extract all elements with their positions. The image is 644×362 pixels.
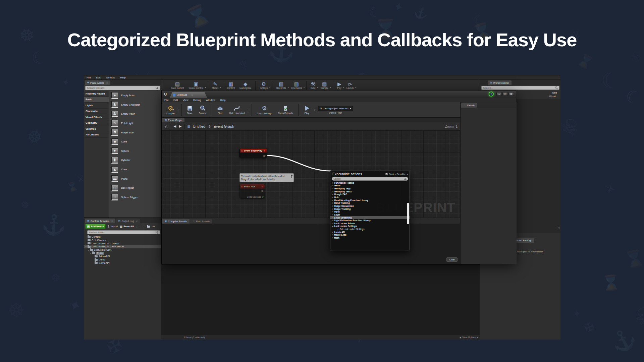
tab-event-graph[interactable]: Event Graph: [162, 118, 184, 122]
chevron-down-icon[interactable]: [205, 86, 206, 88]
search-paths-input[interactable]: Search Paths: [87, 230, 160, 234]
tree-item-lootlockersdk[interactable]: LootLockerSDK: [84, 248, 161, 252]
class-defaults-button[interactable]: Class Defaults: [275, 105, 296, 114]
checkbox-checked-icon[interactable]: [385, 173, 388, 175]
category-cinematic[interactable]: Cinematic: [84, 109, 109, 115]
action-item-gameplay-tasks[interactable]: Gameplay Tasks: [330, 190, 410, 193]
category-geometry[interactable]: Geometry: [84, 120, 109, 126]
chevron-down-icon[interactable]: [269, 86, 270, 88]
outliner-search-input[interactable]: Search...: [481, 86, 559, 90]
maximize-button[interactable]: [502, 92, 508, 96]
actor-item-cone[interactable]: Cone: [109, 165, 161, 174]
search-classes-input[interactable]: Search Classes: [85, 86, 160, 90]
back-arrow-icon[interactable]: [174, 124, 176, 128]
toolbar-modes-button[interactable]: Modes: [210, 81, 221, 89]
tab-world-outliner[interactable]: World Outliner: [488, 80, 512, 85]
chevron-down-icon[interactable]: [249, 109, 250, 111]
action-item-level-streaming[interactable]: Level Streaming: [330, 216, 410, 219]
hide-unrelated-button[interactable]: Hide Unrelated: [226, 105, 248, 114]
action-item-google-pad[interactable]: Google PAD: [330, 193, 410, 196]
add-new-button[interactable]: Add New: [85, 224, 106, 229]
close-icon[interactable]: [191, 94, 193, 96]
menu-item-window[interactable]: Window: [206, 99, 215, 102]
toolbar-save-current-button[interactable]: Save Current: [169, 81, 186, 89]
back-arrow-icon[interactable]: [136, 225, 139, 228]
action-item-input[interactable]: Input: [330, 210, 410, 213]
tree-item-adminapi[interactable]: AdminAPI: [84, 255, 161, 258]
context-menu-search-input[interactable]: Search: [332, 177, 408, 181]
toolbar-settings-button[interactable]: Settings: [257, 81, 270, 89]
action-item-hand-tracking[interactable]: Hand Tracking: [330, 201, 410, 204]
save-button[interactable]: Save: [184, 105, 196, 114]
path-filter-button[interactable]: Lo: [147, 225, 155, 228]
category-basic[interactable]: Basic: [84, 97, 109, 103]
action-item-game[interactable]: Game: [330, 184, 410, 187]
tab-content-browser[interactable]: Content Browser: [85, 219, 115, 223]
actor-item-plane[interactable]: Plane: [109, 174, 161, 183]
actor-item-point-light[interactable]: Point Light: [109, 119, 161, 128]
action-item-image-conversion[interactable]: Image Conversion: [330, 204, 410, 207]
breadcrumb-blueprint[interactable]: Untitled: [193, 124, 205, 128]
toolbar-build-button[interactable]: Build: [308, 81, 318, 89]
actor-item-box-trigger[interactable]: Box Trigger: [109, 183, 161, 193]
action-item-set-loot-locker-settings[interactable]: Set Loot Locker Settings: [330, 228, 410, 231]
action-item-hand-meshing-function-library[interactable]: Hand Meshing Function Library: [330, 199, 410, 202]
exec-output-pin[interactable]: [264, 154, 266, 157]
action-item-image-tracking[interactable]: Image Tracking: [330, 207, 410, 210]
close-icon[interactable]: [106, 82, 108, 84]
tab-details[interactable]: Details: [461, 103, 477, 108]
action-item-layer[interactable]: Layer: [330, 213, 410, 216]
find-button[interactable]: Find: [214, 105, 226, 114]
node-event-tick[interactable]: Event Tick Delta Seconds: [239, 184, 265, 199]
blueprint-titlebar[interactable]: Untitled4: [162, 90, 516, 98]
menu-item-debug[interactable]: Debug: [193, 99, 201, 102]
chevron-down-icon[interactable]: [330, 86, 331, 88]
chevron-down-icon[interactable]: [178, 109, 179, 111]
play-button[interactable]: Play: [301, 105, 313, 114]
tab-output-log[interactable]: Output Log: [116, 219, 140, 223]
breadcrumb-graph[interactable]: Event Graph: [213, 124, 234, 128]
exec-output-pin[interactable]: [262, 189, 264, 192]
tree-item-content[interactable]: Content: [84, 235, 161, 239]
browse-button[interactable]: Browse: [196, 105, 210, 114]
view-options-button[interactable]: View Options: [460, 336, 478, 339]
actor-item-empty-character[interactable]: Empty Character: [109, 100, 161, 110]
chevron-down-icon[interactable]: [220, 86, 221, 88]
actor-item-empty-pawn[interactable]: Empty Pawn: [109, 109, 161, 119]
close-button[interactable]: [508, 92, 514, 96]
node-event-beginplay[interactable]: Event BeginPlay: [239, 148, 267, 158]
tab-compiler-results[interactable]: Compiler Results: [162, 219, 190, 224]
menu-item-help[interactable]: Help: [120, 76, 125, 79]
actor-item-empty-actor[interactable]: Empty Actor: [109, 91, 161, 100]
toolbar-content-button[interactable]: Content: [225, 81, 237, 89]
save-all-button[interactable]: Save All: [119, 225, 133, 228]
debug-object-select[interactable]: No debug object selected: [318, 106, 354, 111]
action-item-magic-leap[interactable]: Magic Leap: [330, 234, 410, 237]
type-column-header[interactable]: Type: [552, 91, 557, 94]
menu-item-view[interactable]: View: [183, 99, 189, 102]
tree-item-lootlockersdk-c-classes[interactable]: LootLockerSDK C++ Classes: [84, 245, 161, 248]
toolbar-source-control-button[interactable]: Source Control: [186, 81, 205, 89]
action-item-functional-testing[interactable]: Functional Testing: [330, 181, 410, 184]
forward-arrow-icon[interactable]: [179, 124, 181, 128]
menu-item-file[interactable]: File: [164, 99, 169, 102]
float-output-pin[interactable]: [262, 196, 264, 198]
category-visual-effects[interactable]: Visual Effects: [84, 114, 109, 120]
tree-item-c-classes[interactable]: C++ Classes: [84, 239, 161, 242]
class-settings-button[interactable]: Class Settings: [254, 105, 275, 115]
action-item-light-estimation-function-library[interactable]: Light Estimation Function Library: [330, 219, 410, 222]
menu-item-help[interactable]: Help: [220, 99, 225, 102]
close-icon[interactable]: [136, 220, 138, 222]
action-item-loot-locker-admin[interactable]: Loot Locker Admin: [330, 222, 410, 225]
favorite-star-icon[interactable]: [164, 124, 168, 129]
category-recently-placed[interactable]: Recently Placed: [84, 91, 109, 97]
toolbar-compile-button[interactable]: Compile: [318, 81, 331, 89]
menu-item-edit[interactable]: Edit: [96, 76, 101, 79]
event-graph-canvas[interactable]: BLUEPRINT Event BeginPlay This node is d…: [162, 130, 460, 218]
tree-item-demo[interactable]: Demo: [84, 258, 161, 261]
tab-place-actors[interactable]: Place Actors: [85, 80, 110, 85]
tab-find-results[interactable]: Find Results: [190, 219, 213, 224]
menu-item-window[interactable]: Window: [106, 76, 115, 79]
menu-item-edit[interactable]: Edit: [173, 99, 178, 102]
category-lights[interactable]: Lights: [84, 103, 109, 109]
